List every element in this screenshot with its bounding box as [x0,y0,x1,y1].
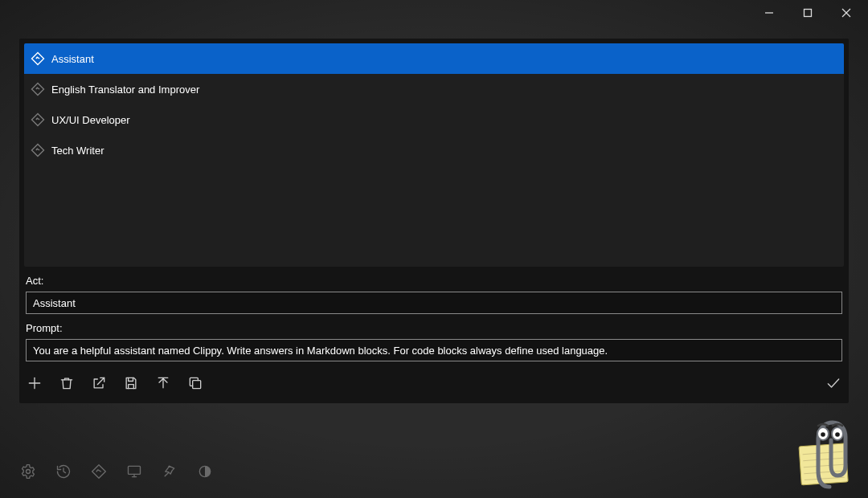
open-external-button[interactable] [90,374,108,392]
list-item[interactable]: English Translator and Improver [24,74,844,104]
list-item-label: English Translator and Improver [51,84,199,96]
save-button[interactable] [122,374,140,392]
theme-button[interactable] [196,463,214,480]
prompt-input[interactable] [26,339,842,361]
svg-rect-1 [805,10,812,17]
prompt-label: Prompt: [26,322,842,334]
list-item-label: Assistant [51,53,94,65]
svg-line-18 [804,464,844,467]
act-input[interactable] [26,292,842,314]
diamond-icon [31,112,45,127]
svg-point-24 [835,432,840,437]
list-item[interactable]: Assistant [24,43,844,74]
svg-line-13 [165,473,168,476]
upload-button[interactable] [154,374,172,392]
svg-line-20 [805,477,845,480]
pin-button[interactable] [161,463,178,480]
copy-button[interactable] [186,374,204,392]
list-item[interactable]: Tech Writer [24,135,844,165]
svg-rect-15 [799,443,848,485]
settings-button[interactable] [19,463,37,480]
svg-rect-10 [129,466,141,474]
svg-line-19 [804,471,844,473]
prompt-list[interactable]: Assistant English Translator and Improve… [24,43,844,267]
clippy-icon [794,419,860,492]
panel-toolbar [19,361,849,392]
svg-line-16 [803,451,843,454]
svg-rect-8 [193,381,201,389]
svg-point-22 [832,427,843,440]
act-label: Act: [26,275,842,287]
list-item-label: UX/UI Developer [51,114,130,126]
prompts-button[interactable] [90,463,108,480]
list-item[interactable]: UX/UI Developer [24,104,844,135]
monitor-button[interactable] [125,463,143,480]
minimize-button[interactable] [751,1,788,25]
svg-point-23 [821,432,825,437]
svg-point-21 [817,427,829,440]
svg-point-9 [27,470,31,474]
confirm-button[interactable] [825,374,842,392]
diamond-icon [31,82,45,96]
bottom-bar [19,463,214,480]
add-button[interactable] [26,374,43,392]
list-item-label: Tech Writer [51,145,104,157]
maximize-button[interactable] [789,1,826,25]
window-controls [751,0,868,26]
diamond-icon [31,143,45,157]
delete-button[interactable] [58,374,76,392]
svg-line-17 [803,458,843,460]
close-button[interactable] [828,1,865,25]
history-button[interactable] [55,463,72,480]
diamond-icon [31,51,45,66]
prompts-panel: Assistant English Translator and Improve… [19,39,849,403]
